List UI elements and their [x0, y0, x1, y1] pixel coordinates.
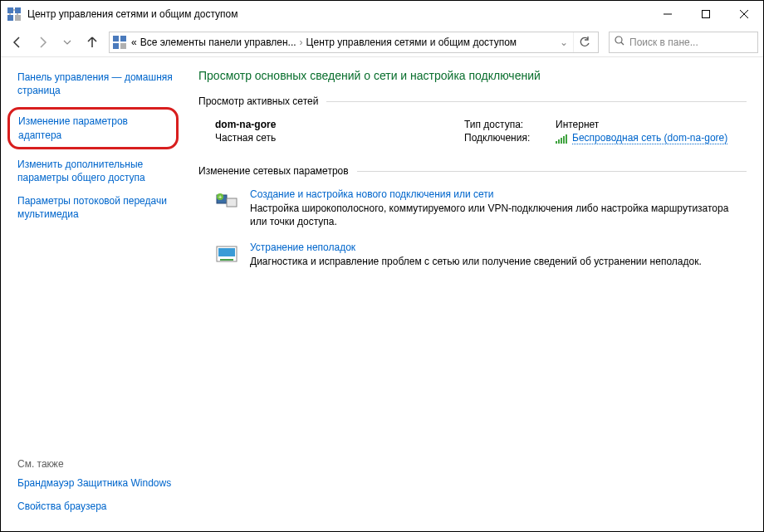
breadcrumb-icon [113, 36, 126, 49]
highlighted-sidebar-item: Изменение параметров адаптера [7, 107, 179, 149]
breadcrumb[interactable]: « Все элементы панели управлен... › Цент… [109, 32, 599, 53]
recent-locations-button[interactable] [56, 31, 79, 54]
sidebar-sharing-link[interactable]: Изменить дополнительные параметры общего… [17, 158, 184, 184]
window-controls [649, 1, 763, 27]
svg-rect-14 [120, 43, 126, 49]
sidebar-home-link[interactable]: Панель управления — домашняя страница [17, 71, 184, 97]
troubleshoot-desc: Диагностика и исправление проблем с сеть… [250, 255, 702, 268]
change-params-section: Изменение сетевых параметров [198, 165, 747, 177]
page-heading: Просмотр основных сведений о сети и наст… [198, 69, 747, 82]
network-type: Частная сеть [215, 132, 464, 144]
sidebar-browser-link[interactable]: Свойства браузера [17, 500, 184, 513]
forward-button[interactable] [31, 31, 54, 54]
search-input[interactable]: Поиск в пане... [609, 32, 758, 53]
search-icon [615, 36, 624, 48]
svg-line-16 [621, 42, 624, 45]
wifi-signal-icon [556, 134, 567, 144]
back-button[interactable] [6, 31, 29, 54]
maximize-button[interactable] [687, 1, 725, 27]
sidebar: Панель управления — домашняя страница Из… [1, 57, 193, 531]
breadcrumb-seg2[interactable]: Центр управления сетями и общим доступом [306, 37, 517, 48]
access-type-value: Интернет [556, 119, 599, 130]
svg-rect-1 [15, 7, 21, 13]
active-networks-label: Просмотр активных сетей [198, 95, 318, 107]
window-title: Центр управления сетями и общим доступом [27, 8, 649, 20]
svg-rect-11 [113, 36, 119, 41]
troubleshoot-icon [215, 242, 242, 268]
close-button[interactable] [725, 1, 763, 27]
connection-link[interactable]: Беспроводная сеть (dom-na-gore) [572, 132, 727, 144]
connections-label: Подключения: [464, 132, 556, 144]
chevron-down-icon[interactable]: ⌄ [560, 37, 568, 48]
minimize-button[interactable] [649, 1, 687, 27]
svg-rect-8 [703, 11, 710, 18]
network-row: dom-na-gore Частная сеть Тип доступа: Ин… [215, 119, 747, 145]
create-connection-link[interactable]: Создание и настройка нового подключения … [250, 188, 747, 200]
active-networks-section: Просмотр активных сетей [198, 95, 747, 107]
nav-bar: « Все элементы панели управлен... › Цент… [1, 27, 763, 57]
svg-rect-18 [227, 198, 237, 207]
network-name: dom-na-gore [215, 119, 464, 130]
svg-rect-12 [120, 36, 126, 41]
sidebar-streaming-link[interactable]: Параметры потоковой передачи мультимедиа [17, 194, 184, 221]
param-item-troubleshoot: Устранение неполадок Диагностика и испра… [215, 242, 747, 268]
sidebar-adapter-link[interactable]: Изменение параметров адаптера [18, 115, 168, 141]
svg-point-15 [615, 37, 622, 43]
up-button[interactable] [81, 31, 104, 54]
param-item-create-connection: + Создание и настройка нового подключени… [215, 188, 747, 228]
access-type-label: Тип доступа: [464, 119, 556, 130]
breadcrumb-seg1[interactable]: Все элементы панели управлен... [140, 37, 296, 48]
see-also-label: См. также [17, 458, 184, 470]
svg-rect-22 [218, 248, 235, 256]
search-placeholder: Поиск в пане... [629, 37, 698, 48]
change-params-label: Изменение сетевых параметров [198, 165, 349, 177]
svg-rect-0 [7, 7, 13, 13]
refresh-button[interactable] [573, 32, 595, 53]
svg-text:+: + [218, 193, 223, 201]
breadcrumb-prefix: « [131, 37, 137, 48]
svg-rect-2 [7, 15, 13, 21]
title-bar: Центр управления сетями и общим доступом [1, 1, 763, 27]
svg-rect-3 [15, 15, 21, 21]
chevron-right-icon: › [300, 37, 303, 48]
app-icon [7, 7, 21, 21]
svg-rect-13 [113, 43, 119, 49]
create-connection-icon: + [215, 188, 242, 215]
troubleshoot-link[interactable]: Устранение неполадок [250, 242, 702, 253]
main-panel: Просмотр основных сведений о сети и наст… [193, 57, 763, 531]
sidebar-firewall-link[interactable]: Брандмауэр Защитника Windows [17, 476, 184, 490]
create-connection-desc: Настройка широкополосного, коммутируемог… [250, 202, 747, 228]
